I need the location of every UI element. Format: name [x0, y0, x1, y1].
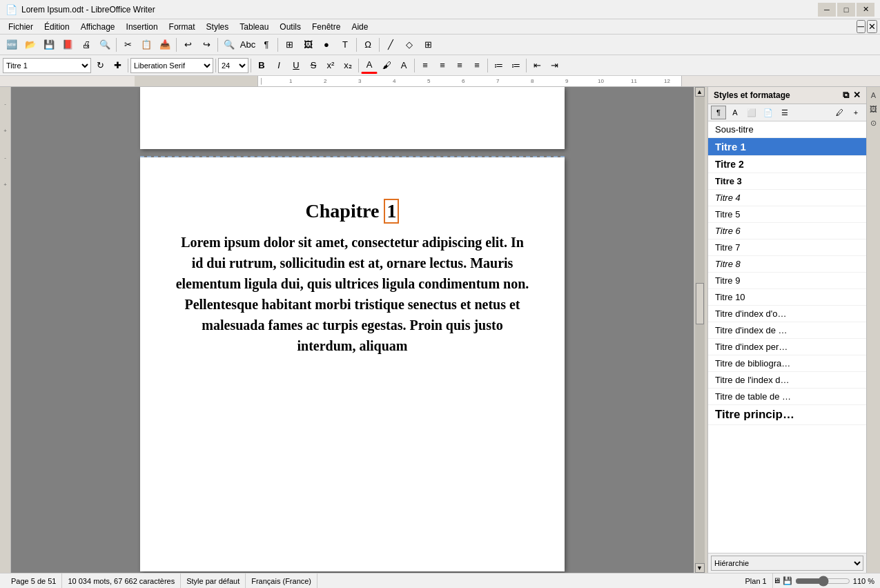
indent-increase-button[interactable]: ⇥ [546, 57, 563, 74]
sidebar-image-icon[interactable]: 🖼 [868, 104, 879, 115]
spellcheck-button[interactable]: Abc [239, 37, 257, 53]
preview-button[interactable]: 🔍 [96, 37, 114, 53]
scroll-up-button[interactable]: ▲ [695, 87, 705, 97]
sidebar-styles-icon[interactable]: A [868, 90, 879, 101]
menu-aide[interactable]: Aide [346, 19, 373, 34]
undo-button[interactable]: ↩ [179, 37, 197, 53]
vertical-scrollbar[interactable]: ▲ ▼ [694, 87, 705, 573]
underline-button[interactable]: U [288, 57, 304, 74]
style-item-titre-index1[interactable]: Titre d'index d'o… [708, 306, 866, 322]
fontsize-combo[interactable]: 24 [218, 58, 248, 73]
panel-resize-icon[interactable]: ⧉ [843, 90, 849, 101]
body-text[interactable]: Lorem ipsum dolor sit amet, consectetur … [175, 232, 530, 356]
pdf-button[interactable]: 📕 [59, 37, 77, 53]
style-new-button[interactable]: ✚ [109, 57, 126, 74]
menu-tableau[interactable]: Tableau [234, 19, 274, 34]
line-button[interactable]: ╱ [382, 37, 400, 53]
menu-insertion[interactable]: Insertion [121, 19, 164, 34]
panel-close-button[interactable]: ✕ [867, 20, 877, 33]
list-unordered-button[interactable]: ≔ [490, 57, 507, 74]
indent-decrease-button[interactable]: ⇤ [529, 57, 545, 74]
styles-filter-select[interactable]: Hiérarchie [711, 556, 863, 571]
align-center-button[interactable]: ≡ [434, 57, 451, 74]
menu-fenetre[interactable]: Fenêtre [306, 19, 346, 34]
close-button[interactable]: ✕ [857, 3, 874, 17]
style-item-titre-biblio[interactable]: Titre de bibliogra… [708, 355, 866, 372]
open-button[interactable]: 📂 [21, 37, 39, 53]
style-item-titre1[interactable]: Titre 1 [708, 138, 866, 156]
zoom-slider[interactable] [795, 578, 850, 584]
maximize-button[interactable]: □ [837, 3, 855, 17]
style-item-titre10[interactable]: Titre 10 [708, 289, 866, 306]
list-ordered-button[interactable]: ≔ [507, 57, 524, 74]
style-item-titre2[interactable]: Titre 2 [708, 156, 866, 173]
shape-button[interactable]: ◇ [400, 37, 418, 53]
scroll-track[interactable] [695, 97, 705, 563]
align-right-button[interactable]: ≡ [451, 57, 468, 74]
table-button[interactable]: ⊞ [280, 37, 298, 53]
fill-format-button[interactable]: 🖊 [832, 106, 847, 119]
frame-styles-button[interactable]: ⬜ [744, 106, 759, 119]
subscript-button[interactable]: x₂ [340, 57, 356, 74]
menu-edition[interactable]: Édition [39, 19, 75, 34]
sidebar-nav-icon[interactable]: ⊙ [868, 117, 879, 128]
paste-button[interactable]: 📥 [156, 37, 174, 53]
find-button[interactable]: 🔍 [220, 37, 238, 53]
style-item-titre6[interactable]: Titre 6 [708, 223, 866, 239]
para-styles-button[interactable]: ¶ [711, 106, 726, 119]
bold-button[interactable]: B [253, 57, 270, 74]
style-update-button[interactable]: ↻ [92, 57, 108, 74]
style-combo[interactable]: Titre 1 [3, 58, 91, 73]
save-button[interactable]: 💾 [40, 37, 58, 53]
menu-outils[interactable]: Outils [274, 19, 306, 34]
style-item-titre-principal[interactable]: Titre princip… [708, 405, 866, 425]
panel-minimize-button[interactable]: ─ [857, 20, 866, 33]
format-marks-button[interactable]: ¶ [257, 37, 275, 53]
document-page[interactable]: Chapitre 1 Lorem ipsum dolor sit amet, c… [140, 157, 565, 571]
style-item-titre5[interactable]: Titre 5 [708, 206, 866, 223]
italic-button[interactable]: I [271, 57, 287, 74]
list-styles-button[interactable]: ☰ [777, 106, 792, 119]
style-item-titre-index3[interactable]: Titre d'index per… [708, 339, 866, 355]
page-styles-button[interactable]: 📄 [761, 106, 776, 119]
print-button[interactable]: 🖨 [77, 37, 95, 53]
document-scroll[interactable]: Chapitre 1 Lorem ipsum dolor sit amet, c… [11, 87, 694, 573]
cut-button[interactable]: ✂ [119, 37, 137, 53]
menu-styles[interactable]: Styles [201, 19, 235, 34]
style-item-titre-index2[interactable]: Titre d'index de … [708, 322, 866, 339]
panel-close-icon[interactable]: ✕ [853, 90, 861, 101]
charformat-button[interactable]: A [395, 57, 412, 74]
copy-button[interactable]: 📋 [137, 37, 155, 53]
align-justify-button[interactable]: ≡ [469, 57, 485, 74]
styles-list[interactable]: Sous-titre Titre 1 Titre 2 Titre 3 Titre… [708, 121, 866, 553]
redo-button[interactable]: ↪ [197, 37, 215, 53]
strikethrough-button[interactable]: S [305, 57, 322, 74]
menu-format[interactable]: Format [164, 19, 201, 34]
textbox-button[interactable]: T [336, 37, 354, 53]
chapter-title[interactable]: Chapitre 1 [175, 199, 530, 224]
superscript-button[interactable]: x² [322, 57, 339, 74]
char-styles-button[interactable]: A [727, 106, 743, 119]
more-controls-button[interactable]: ⊞ [419, 37, 437, 53]
style-item-titre4[interactable]: Titre 4 [708, 190, 866, 206]
special-char-button[interactable]: Ω [359, 37, 377, 53]
minimize-button[interactable]: ─ [818, 3, 836, 17]
image-button[interactable]: 🖼 [299, 37, 317, 53]
style-item-sous-titre[interactable]: Sous-titre [708, 121, 866, 138]
fontcolor-button[interactable]: A [361, 57, 378, 74]
new-style-button[interactable]: + [848, 106, 863, 119]
style-item-titre8[interactable]: Titre 8 [708, 256, 866, 273]
style-item-titre3[interactable]: Titre 3 [708, 173, 866, 190]
menu-fichier[interactable]: Fichier [3, 19, 39, 34]
new-button[interactable]: 🆕 [3, 37, 21, 53]
style-item-titre-table[interactable]: Titre de table de … [708, 389, 866, 405]
style-item-titre7[interactable]: Titre 7 [708, 239, 866, 256]
style-item-titre-index-d[interactable]: Titre de l'index d… [708, 372, 866, 389]
highlight-button[interactable]: 🖌 [378, 57, 395, 74]
scroll-thumb[interactable] [696, 283, 704, 324]
style-item-titre9[interactable]: Titre 9 [708, 273, 866, 289]
scroll-down-button[interactable]: ▼ [695, 563, 705, 573]
chart-button[interactable]: ● [317, 37, 335, 53]
font-combo[interactable]: Liberation Serif [130, 58, 213, 73]
menu-affichage[interactable]: Affichage [75, 19, 121, 34]
